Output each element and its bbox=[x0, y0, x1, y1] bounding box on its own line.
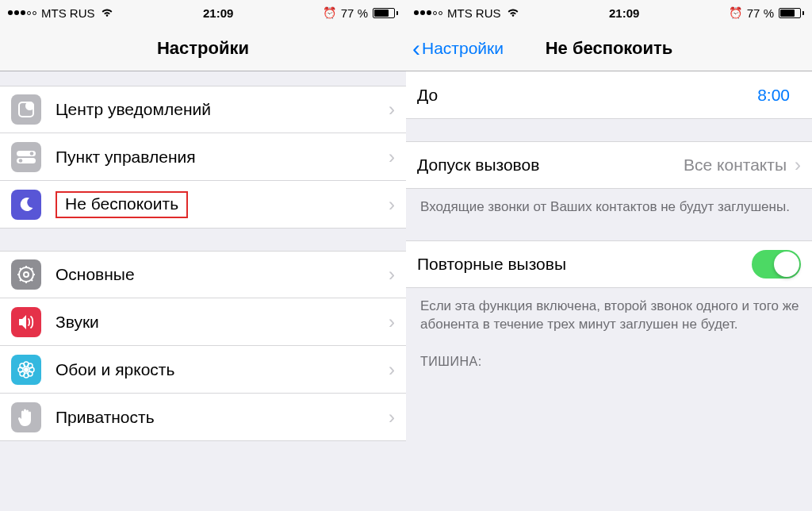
battery-percent: 77 % bbox=[747, 6, 774, 20]
chevron-right-icon: › bbox=[389, 406, 395, 428]
wifi-icon bbox=[100, 6, 114, 20]
flower-icon bbox=[11, 355, 41, 385]
alarm-icon: ⏰ bbox=[729, 6, 742, 19]
chevron-right-icon: › bbox=[389, 359, 395, 381]
settings-row-notification-center[interactable]: Центр уведомлений › bbox=[0, 86, 406, 133]
notification-center-icon bbox=[11, 94, 41, 125]
settings-row-do-not-disturb[interactable]: Не беспокоить › bbox=[0, 181, 406, 229]
chevron-right-icon: › bbox=[795, 154, 801, 176]
row-repeated-calls[interactable]: Повторные вызовы bbox=[406, 240, 812, 288]
settings-row-general[interactable]: Основные › bbox=[0, 251, 406, 298]
settings-row-wallpaper[interactable]: Обои и яркость › bbox=[0, 346, 406, 394]
control-center-icon bbox=[11, 142, 41, 172]
chevron-right-icon: › bbox=[389, 263, 395, 286]
highlight-annotation: Не беспокоить bbox=[56, 191, 188, 218]
settings-row-control-center[interactable]: Пункт управления › bbox=[0, 133, 406, 181]
row-label: Центр уведомлений bbox=[56, 100, 389, 119]
nav-bar: ‹ Настройки Не беспокоить bbox=[406, 25, 812, 71]
row-label: Звуки bbox=[56, 313, 389, 332]
time-label: 21:09 bbox=[609, 6, 639, 20]
settings-row-sounds[interactable]: Звуки › bbox=[0, 298, 406, 346]
hand-icon bbox=[11, 402, 41, 432]
row-label: Допуск вызовов bbox=[417, 156, 539, 175]
row-label: Не беспокоить bbox=[56, 191, 389, 218]
svg-line-15 bbox=[31, 268, 33, 270]
nav-bar: Настройки bbox=[0, 25, 406, 71]
svg-rect-1 bbox=[25, 102, 34, 110]
status-bar: MTS RUS 21:09 ⏰ 77 % bbox=[0, 0, 406, 25]
toggle-switch[interactable] bbox=[752, 250, 801, 279]
svg-line-13 bbox=[31, 279, 33, 281]
allow-calls-footer: Входящие звонки от Ваших контактов не бу… bbox=[406, 189, 812, 223]
row-value: Все контакты bbox=[684, 156, 787, 175]
svg-point-16 bbox=[24, 367, 29, 372]
signal-icon bbox=[8, 10, 36, 15]
chevron-right-icon: › bbox=[389, 98, 395, 121]
time-label: 21:09 bbox=[203, 6, 233, 20]
row-label: Основные bbox=[56, 265, 389, 284]
row-until[interactable]: До 8:00 bbox=[406, 71, 812, 119]
moon-icon bbox=[11, 190, 41, 220]
gear-icon bbox=[11, 259, 41, 290]
battery-icon bbox=[779, 8, 804, 18]
back-label: Настройки bbox=[422, 39, 504, 58]
settings-group-1: Центр уведомлений › Пункт управления › Н… bbox=[0, 86, 406, 229]
status-bar: MTS RUS 21:09 ⏰ 77 % bbox=[406, 0, 812, 25]
settings-group-2: Основные › Звуки › Обои и яркость › bbox=[0, 251, 406, 441]
row-label: До bbox=[417, 86, 757, 105]
page-title: Настройки bbox=[157, 38, 249, 59]
row-allow-calls[interactable]: Допуск вызовов Все контакты › bbox=[406, 141, 812, 189]
carrier-label: MTS RUS bbox=[41, 6, 95, 20]
svg-line-14 bbox=[20, 279, 21, 281]
svg-line-12 bbox=[20, 268, 21, 270]
dnd-detail-pane: MTS RUS 21:09 ⏰ 77 % ‹ Настройки Не бесп… bbox=[406, 0, 812, 511]
svg-point-5 bbox=[19, 159, 23, 163]
svg-point-3 bbox=[30, 152, 34, 156]
signal-icon bbox=[414, 10, 442, 15]
silence-section-header: ТИШИНА: bbox=[406, 340, 812, 374]
settings-root-pane: MTS RUS 21:09 ⏰ 77 % Настройки Центр уве… bbox=[0, 0, 406, 511]
page-title: Не беспокоить bbox=[546, 38, 673, 59]
back-button[interactable]: ‹ Настройки bbox=[412, 36, 504, 60]
settings-row-privacy[interactable]: Приватность › bbox=[0, 394, 406, 441]
battery-percent: 77 % bbox=[341, 6, 368, 20]
wifi-icon bbox=[506, 6, 520, 20]
speaker-icon bbox=[11, 307, 41, 337]
battery-icon bbox=[373, 8, 398, 18]
row-value: 8:00 bbox=[757, 86, 790, 105]
svg-point-7 bbox=[24, 272, 29, 277]
chevron-right-icon: › bbox=[389, 311, 395, 333]
carrier-label: MTS RUS bbox=[447, 6, 501, 20]
row-label: Приватность bbox=[56, 408, 389, 427]
row-label: Повторные вызовы bbox=[417, 255, 752, 274]
alarm-icon: ⏰ bbox=[323, 6, 336, 19]
chevron-right-icon: › bbox=[389, 194, 395, 216]
row-label: Обои и яркость bbox=[56, 360, 389, 379]
chevron-left-icon: ‹ bbox=[412, 36, 420, 60]
repeated-calls-footer: Если эта функция включена, второй звонок… bbox=[406, 288, 812, 340]
row-label: Пункт управления bbox=[56, 148, 389, 167]
chevron-right-icon: › bbox=[389, 146, 395, 168]
